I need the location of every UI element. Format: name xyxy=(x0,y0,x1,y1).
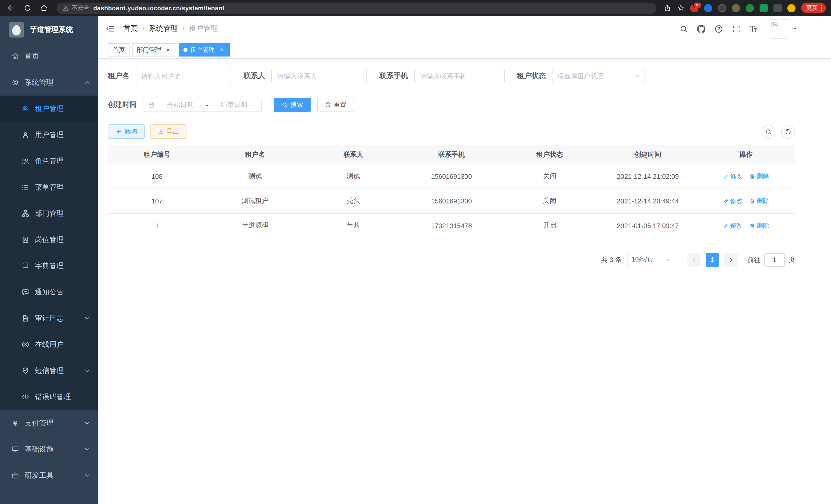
breadcrumb-system[interactable]: 系统管理 xyxy=(149,24,178,33)
sidebar-item-payment[interactable]: ¥ 支付管理 xyxy=(0,410,98,436)
extension-icon-2[interactable] xyxy=(704,4,712,12)
sidebar-item-label: 系统管理 xyxy=(25,78,53,87)
sidebar-item-sms[interactable]: 短信管理 xyxy=(0,358,98,384)
page-content: 租户名 联系人 联系手机 租户状态 请选择租户状态 xyxy=(98,59,831,504)
sidebar-item-notice[interactable]: 通知公告 xyxy=(0,279,98,305)
site-security[interactable]: 不安全 xyxy=(63,4,89,12)
status-placeholder: 请选择租户状态 xyxy=(557,71,604,81)
status-select[interactable]: 请选择租户状态 xyxy=(552,69,646,83)
tab-tenant[interactable]: 租户管理 × xyxy=(179,43,230,57)
sidebar-item-label: 支付管理 xyxy=(25,418,53,428)
edit-link[interactable]: 修改 xyxy=(723,221,742,230)
header-search-button[interactable] xyxy=(679,24,688,33)
chevron-left-icon xyxy=(691,257,697,263)
delete-link[interactable]: 删除 xyxy=(749,221,769,230)
sidebar-item-menus[interactable]: 菜单管理 xyxy=(0,174,98,200)
refresh-table-button[interactable] xyxy=(781,125,795,139)
edit-link[interactable]: 修改 xyxy=(723,197,742,205)
breadcrumb-separator: / xyxy=(142,25,144,33)
extension-icon-6[interactable] xyxy=(759,4,768,12)
logo-link[interactable]: 芋道管理系统 xyxy=(0,16,98,43)
breadcrumb-home[interactable]: 首页 xyxy=(123,24,138,33)
extension-icon-3[interactable] xyxy=(718,4,726,12)
status-label: 租户状态 xyxy=(517,71,546,81)
refresh-icon xyxy=(325,102,331,108)
sidebar-item-dev-tools[interactable]: 研发工具 xyxy=(0,463,98,488)
toolbox-icon xyxy=(11,472,19,479)
mobile-input[interactable] xyxy=(414,69,505,83)
sidebar-item-tenant[interactable]: 租户管理 xyxy=(0,95,98,122)
user-menu[interactable] xyxy=(769,19,798,38)
fullscreen-button[interactable] xyxy=(732,24,741,33)
cell-name: 测试租户 xyxy=(206,188,304,213)
breadcrumb-current: 租户管理 xyxy=(189,24,218,33)
profile-avatar-icon[interactable] xyxy=(787,4,795,12)
extension-icon-1[interactable]: 10 xyxy=(690,4,698,12)
share-button[interactable] xyxy=(663,4,671,12)
edit-link[interactable]: 修改 xyxy=(723,172,742,181)
star-icon xyxy=(677,4,684,12)
bookmark-button[interactable] xyxy=(677,4,684,12)
close-icon[interactable]: × xyxy=(165,46,172,53)
search-button[interactable]: 搜索 xyxy=(274,98,311,112)
col-created: 创建时间 xyxy=(599,145,697,164)
sidebar-toggle-button[interactable] xyxy=(105,24,115,33)
sidebar-item-dict[interactable]: 字典管理 xyxy=(0,253,98,279)
edit-label: 修改 xyxy=(730,197,742,205)
extension-icon-5[interactable] xyxy=(745,4,754,12)
reset-button[interactable]: 重置 xyxy=(317,98,354,112)
delete-link[interactable]: 删除 xyxy=(749,172,769,181)
sidebar-item-home[interactable]: 首页 xyxy=(0,43,98,69)
contact-input[interactable] xyxy=(271,69,367,83)
app-frame: 芋道管理系统 首页 系统管理 租户管理 用户管理 xyxy=(0,16,831,504)
sidebar-item-label: 研发工具 xyxy=(25,471,53,480)
sidebar-item-roles[interactable]: 角色管理 xyxy=(0,148,98,174)
next-page-button[interactable] xyxy=(724,253,738,266)
filter-mobile: 联系手机 xyxy=(379,69,505,83)
yen-icon: ¥ xyxy=(11,419,19,427)
date-range-picker[interactable]: 开始日期 - 结束日期 xyxy=(143,98,262,112)
sidebar-item-posts[interactable]: 岗位管理 xyxy=(0,227,98,253)
delete-link[interactable]: 删除 xyxy=(749,197,769,205)
sidebar-item-infrastructure[interactable]: 基础设施 xyxy=(0,436,98,463)
github-link[interactable] xyxy=(697,24,706,33)
sidebar-item-departments[interactable]: 部门管理 xyxy=(0,200,98,227)
message-bubble-icon xyxy=(22,288,29,296)
font-size-button[interactable] xyxy=(749,24,758,33)
tab-departments[interactable]: 部门管理 × xyxy=(132,43,176,57)
tab-label: 首页 xyxy=(113,47,125,53)
add-button[interactable]: 新增 xyxy=(108,124,145,139)
extension-icon-4[interactable] xyxy=(732,4,740,12)
monitor-icon xyxy=(11,445,19,453)
tab-home[interactable]: 首页 xyxy=(108,43,130,57)
tenant-name-label: 租户名 xyxy=(108,71,130,81)
sidebar-item-online-users[interactable]: 在线用户 xyxy=(0,331,98,358)
download-icon xyxy=(158,128,164,135)
back-button[interactable] xyxy=(5,2,17,13)
sidebar-item-error-codes[interactable]: 错误码管理 xyxy=(0,384,98,410)
page-size-select[interactable]: 10条/页 xyxy=(627,253,676,267)
tenant-name-input[interactable] xyxy=(136,69,231,83)
reload-button[interactable] xyxy=(22,2,33,13)
help-button[interactable] xyxy=(714,24,723,33)
toggle-search-button[interactable] xyxy=(762,125,775,139)
goto-input[interactable] xyxy=(764,253,785,266)
home-button[interactable] xyxy=(38,2,49,13)
address-bar[interactable]: 不安全 dashboard.yudao.iocoder.cn/system/te… xyxy=(57,2,656,13)
page-number-1[interactable]: 1 xyxy=(706,253,719,266)
active-dot xyxy=(183,48,188,52)
sidebar-item-system[interactable]: 系统管理 xyxy=(0,69,98,95)
browser-menu-icon[interactable] xyxy=(821,5,822,11)
reload-icon xyxy=(23,4,31,12)
sidebar-item-users[interactable]: 用户管理 xyxy=(0,122,98,148)
close-icon[interactable]: × xyxy=(218,46,225,53)
edit-icon xyxy=(723,223,728,228)
export-button-label: 导出 xyxy=(167,128,179,135)
export-button[interactable]: 导出 xyxy=(150,124,187,139)
browser-update-button[interactable]: 更新 xyxy=(801,3,826,13)
security-label: 不安全 xyxy=(71,4,89,12)
sidebar-item-audit-log[interactable]: 审计日志 xyxy=(0,305,98,331)
prev-page-button[interactable] xyxy=(687,253,700,266)
system-submenu: 租户管理 用户管理 角色管理 菜单管理 部门管理 xyxy=(0,95,98,410)
extension-icon-7[interactable] xyxy=(773,4,781,12)
